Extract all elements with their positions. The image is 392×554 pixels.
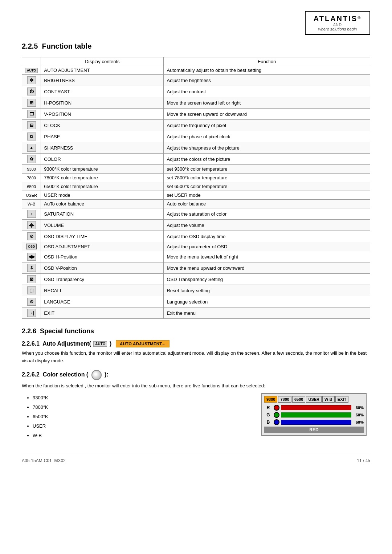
display-cell: EXIT xyxy=(41,307,164,319)
display-cell: 7800°K color temperature xyxy=(41,174,164,182)
icon-cell: ◂|▸ xyxy=(22,220,41,231)
table-row: ⊞H-POSITIONMove the screen toward left o… xyxy=(22,97,370,109)
osd-color-row: B60% xyxy=(264,419,364,425)
osd-footer: RED xyxy=(264,427,364,433)
logo-brand: ATLANTIS® xyxy=(314,15,362,23)
function-cell: Adjust the volume xyxy=(164,220,370,231)
col-icon-header xyxy=(22,57,41,66)
logo-box: ATLANTIS® AND where solutions begin xyxy=(305,11,370,35)
color-sel-icon xyxy=(91,370,102,380)
section-2261-body: When you choose this function, the monit… xyxy=(22,350,370,365)
table-row: ▲SHARPNESSAdjust the sharpness of the pi… xyxy=(22,142,370,154)
icon-cell: ↕ xyxy=(22,208,41,220)
display-cell: OSD ADJUSTMENET xyxy=(41,242,164,251)
display-cell: VOLUME xyxy=(41,220,164,231)
function-cell: set 9300°k color temperature xyxy=(164,165,370,174)
osd-button[interactable]: 7800 xyxy=(278,396,291,403)
page-footer: A05-15AM-C01_MX02 11 / 45 xyxy=(22,455,370,463)
logo-and: AND xyxy=(333,23,342,27)
list-item: 7800°K xyxy=(33,403,250,412)
icon-cell: 6500 xyxy=(22,182,41,191)
table-row: 93009300°K color temperatureset 9300°k c… xyxy=(22,165,370,174)
function-cell: Adjust the saturation of color xyxy=(164,208,370,220)
table-row: AUTOAUTO ADJUSTMENTAutomatically adjust … xyxy=(22,66,370,75)
display-cell: LANGUAGE xyxy=(41,296,164,307)
table-row: ⊘LANGUAGELanguage selection xyxy=(22,296,370,307)
function-cell: set 6500°k color temperature xyxy=(164,182,370,191)
function-cell: Adjust the OSD display time xyxy=(164,231,370,242)
function-cell: Adjust the contrast xyxy=(164,86,370,97)
osd-button[interactable]: EXIT xyxy=(335,396,348,403)
function-cell: Adjust the parameter of OSD xyxy=(164,242,370,251)
table-row: 78007800°K color temperatureset 7800°k c… xyxy=(22,174,370,182)
osd-button[interactable]: 9300 xyxy=(264,396,277,403)
function-cell: Move the menu toward left of right xyxy=(164,251,370,262)
icon-cell: ✿ xyxy=(22,154,41,165)
display-cell: 6500°K color temperature xyxy=(41,182,164,191)
osd-pct-label: 60% xyxy=(353,413,364,417)
icon-cell: ⊠ xyxy=(22,274,41,285)
table-row: ⏻CONTRASTAdjust the contrast xyxy=(22,86,370,97)
display-cell: RECALL xyxy=(41,285,164,296)
table-row: ◀▶OSD H-PositionMove the menu toward lef… xyxy=(22,251,370,262)
function-cell: Language selection xyxy=(164,296,370,307)
table-row: ⬚RECALLReset factory setting xyxy=(22,285,370,296)
display-cell: AuTo color balance xyxy=(41,200,164,208)
icon-cell: ⬚ xyxy=(22,285,41,296)
function-cell: Automatically adjust to obtain the best … xyxy=(164,66,370,75)
function-cell: Adjust the brightness xyxy=(164,75,370,86)
section-2262-body: When the function is selected , the moni… xyxy=(22,382,370,390)
osd-pct-label: 60% xyxy=(353,406,364,410)
osd-color-row: R60% xyxy=(264,405,364,411)
display-cell: AUTO ADJUSTMENT xyxy=(41,66,164,75)
display-cell: OSD Transparency xyxy=(41,274,164,285)
icon-cell: W-B xyxy=(22,200,41,208)
function-cell: Exit the menu xyxy=(164,307,370,319)
function-cell: Adjust the sharpness of the picture xyxy=(164,142,370,154)
osd-color-circle xyxy=(274,419,279,425)
table-row: OSDOSD ADJUSTMENETAdjust the parameter o… xyxy=(22,242,370,251)
osd-button[interactable]: 6500 xyxy=(292,396,305,403)
osd-bar xyxy=(281,405,351,410)
list-item: 6500°K xyxy=(33,412,250,421)
page-header: ATLANTIS® AND where solutions begin xyxy=(22,11,370,35)
osd-bar xyxy=(281,412,351,417)
section-226-heading: 2.2.6 Special functions xyxy=(22,327,370,335)
col-display-header: Display contents xyxy=(41,57,164,66)
icon-cell: 🗔 xyxy=(22,109,41,120)
function-table: Display contents Function AUTOAUTO ADJUS… xyxy=(22,57,370,319)
display-cell: COLOR xyxy=(41,154,164,165)
icon-cell: 9300 xyxy=(22,165,41,174)
table-row: ⧉PHASEAdjust the phase of pixel clock xyxy=(22,131,370,142)
osd-button[interactable]: USER xyxy=(306,396,322,403)
icon-cell: ⏻ xyxy=(22,86,41,97)
display-cell: 9300°K color temperature xyxy=(41,165,164,174)
osd-row-label: R xyxy=(264,405,272,410)
osd-bar xyxy=(281,420,351,425)
display-cell: OSD DISPLAY TIME xyxy=(41,231,164,242)
function-cell: set USER mode xyxy=(164,191,370,200)
osd-row-label: G xyxy=(264,412,272,417)
osd-button[interactable]: W-B xyxy=(322,396,335,403)
function-cell: Adjust the frequency of pixel xyxy=(164,120,370,131)
display-cell: OSD H-Position xyxy=(41,251,164,262)
osd-rows: R60%G60%B60% xyxy=(264,405,364,425)
icon-cell: 7800 xyxy=(22,174,41,182)
auto-icon-inline: AUTO xyxy=(93,341,107,347)
display-cell: BRIGHTNESS xyxy=(41,75,164,86)
icon-cell: ⧉ xyxy=(22,131,41,142)
osd-color-circle xyxy=(274,405,279,411)
osd-pct-label: 60% xyxy=(353,420,364,424)
osd-panel: 930078006500USERW-BEXIT R60%G60%B60% RED xyxy=(261,393,367,436)
icon-cell: ✼ xyxy=(22,75,41,86)
function-cell: Move the menu upward or downward xyxy=(164,262,370,274)
display-cell: PHASE xyxy=(41,131,164,142)
function-cell: Move the screen toward left or right xyxy=(164,97,370,109)
footer-left: A05-15AM-C01_MX02 xyxy=(22,458,66,463)
color-options-list: 9300°K7800°K6500°KUSERW-B xyxy=(33,393,250,440)
icon-cell: ⊟ xyxy=(22,120,41,131)
section-2262-heading: 2.2.6.2 Color selection ( ): xyxy=(22,370,370,380)
table-row: →|EXITExit the menu xyxy=(22,307,370,319)
list-item: W-B xyxy=(33,431,250,440)
icon-cell: ⊙ xyxy=(22,231,41,242)
